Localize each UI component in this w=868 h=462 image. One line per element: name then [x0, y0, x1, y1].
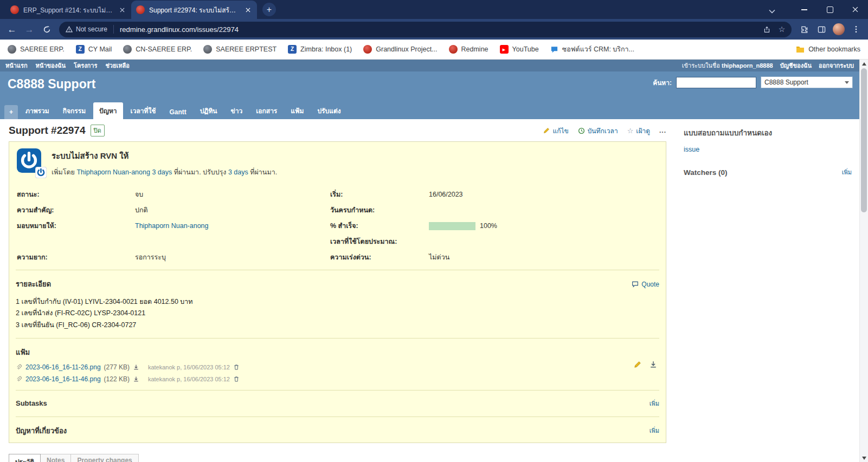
- tab-gantt[interactable]: Gantt: [163, 105, 192, 119]
- bookmark-label: Grandlinux Project...: [376, 45, 437, 53]
- bookmark-star-icon[interactable]: ☆: [774, 22, 789, 37]
- add-watcher-link[interactable]: เพิ่ม: [842, 167, 852, 177]
- add-subtask-link[interactable]: เพิ่ม: [650, 399, 659, 408]
- description-section: รายละเอียด Quote 1 เลขที่ใบกำกับ (IV-01)…: [16, 277, 659, 331]
- project-jump-select[interactable]: C8888 Support: [761, 76, 853, 88]
- bookmark-cy-mail[interactable]: ZCY Mail: [76, 45, 112, 54]
- tab-close-icon[interactable]: [118, 5, 126, 14]
- quote-button[interactable]: Quote: [632, 281, 659, 288]
- scrollbar-thumb[interactable]: [861, 68, 867, 212]
- browser-menu-button[interactable]: [848, 21, 864, 37]
- created-ago-link[interactable]: 3 days: [152, 168, 172, 176]
- page-scrollbar[interactable]: [859, 60, 868, 462]
- attr-priority-label: ความสำคัญ:: [17, 205, 135, 216]
- extensions-puzzle-icon: [800, 25, 808, 34]
- side-panel-button[interactable]: [813, 21, 830, 37]
- bookmark-grandlinux-project[interactable]: Grandlinux Project...: [363, 45, 437, 54]
- quote-icon: [632, 281, 639, 288]
- username-link[interactable]: thiphaporn_n8888: [722, 62, 773, 69]
- quote-label: Quote: [641, 281, 659, 288]
- new-tab-button[interactable]: +: [262, 3, 276, 16]
- related-issues-section: ปัญหาที่เกี่ยวข้อง เพิ่ม: [16, 424, 659, 438]
- top-menu-projects[interactable]: โครงการ: [74, 61, 97, 70]
- bookmark-zimbra-inbox[interactable]: ZZimbra: Inbox (1): [288, 45, 352, 54]
- tab-overview[interactable]: ภาพรวม: [20, 102, 55, 119]
- tab-notes[interactable]: Notes: [40, 454, 71, 462]
- maximize-button[interactable]: [817, 0, 843, 19]
- reload-button[interactable]: [38, 21, 55, 37]
- more-actions-button[interactable]: ...: [659, 127, 666, 134]
- updated-ago-link[interactable]: 3 days: [228, 168, 248, 176]
- add-related-issue-link[interactable]: เพิ่ม: [650, 426, 659, 435]
- sign-out-link[interactable]: ออกจากระบบ: [819, 61, 854, 70]
- tab-files[interactable]: แฟ้ม: [285, 102, 310, 119]
- issue-attributes: สถานะ: จบ เริ่ม: 16/06/2023 ความสำคัญ: ป…: [17, 189, 659, 263]
- attachment-link[interactable]: 2023-06-16_16-11-46.png: [25, 375, 101, 383]
- delete-trash-icon[interactable]: [233, 364, 240, 370]
- attr-assignee-value[interactable]: Thiphaporn Nuan-anong: [135, 222, 330, 230]
- bookmark-crm[interactable]: ซอฟต์แวร์ CRM: บริกา...: [550, 44, 634, 55]
- scrollbar-down-arrow[interactable]: [860, 454, 868, 462]
- download-icon[interactable]: [133, 376, 139, 382]
- browser-tab-erp-support[interactable]: ERP_Support #214: ระบบไม่สร้างR: [5, 1, 131, 19]
- tab-close-icon[interactable]: [243, 5, 252, 14]
- address-bar[interactable]: Not secure redmine.grandlinux.com/issues…: [59, 22, 792, 37]
- author-link[interactable]: Thiphaporn Nuan-anong: [76, 168, 150, 176]
- tab-settings[interactable]: ปรับแต่ง: [311, 102, 346, 119]
- related-issues-heading: ปัญหาที่เกี่ยวข้อง: [16, 425, 67, 437]
- bookmark-cn-saeree-erp[interactable]: CN-SAEREE ERP.: [123, 45, 192, 54]
- browser-tab-support-22974[interactable]: Support #22974: ระบบไม่สร้าง RV: [131, 1, 257, 19]
- bookmark-youtube[interactable]: ▶YouTube: [500, 45, 539, 54]
- delete-trash-icon[interactable]: [233, 376, 240, 382]
- log-time-button[interactable]: บันทึกเวลา: [578, 126, 618, 136]
- download-icon[interactable]: [133, 364, 139, 370]
- scrollbar-up-arrow[interactable]: [860, 60, 868, 68]
- three-dots-menu-icon: [855, 25, 857, 33]
- tab-activity[interactable]: กิจกรรม: [57, 102, 92, 119]
- attr-status-value: จบ: [135, 189, 330, 200]
- profile-avatar[interactable]: [831, 21, 847, 37]
- top-menu-my-page[interactable]: หน้าของฉัน: [36, 61, 66, 70]
- watch-button[interactable]: ☆ เฝ้าดู: [627, 126, 650, 136]
- edit-attachments-button[interactable]: [634, 361, 641, 368]
- forward-button[interactable]: →: [21, 21, 37, 37]
- security-chip[interactable]: Not secure: [66, 25, 107, 33]
- tab-search-chevron-icon[interactable]: [769, 9, 775, 14]
- attr-urgency-value: ไม่ด่วน: [429, 252, 659, 263]
- top-menu-home[interactable]: หน้าแรก: [5, 61, 28, 70]
- tab-documents[interactable]: เอกสาร: [250, 102, 283, 119]
- search-input[interactable]: [676, 77, 756, 88]
- my-account-link[interactable]: บัญชีของฉัน: [780, 61, 812, 70]
- edit-button[interactable]: แก้ไข: [543, 126, 568, 136]
- cn-saeree-favicon-icon: [123, 45, 132, 54]
- share-button[interactable]: [759, 22, 774, 37]
- bookmark-saeree-erptest[interactable]: SAEREE ERPTEST: [203, 45, 277, 54]
- youtube-favicon-icon: ▶: [500, 45, 509, 54]
- minimize-button[interactable]: [792, 0, 817, 19]
- bookmark-saeree-erp[interactable]: SAEREE ERP.: [8, 45, 65, 54]
- browser-window: ERP_Support #214: ระบบไม่สร้างR Support …: [0, 0, 868, 462]
- other-bookmarks-button[interactable]: Other bookmarks: [796, 45, 860, 53]
- tab-property-changes[interactable]: Property changes: [70, 454, 138, 462]
- top-menu-help[interactable]: ช่วยเหลือ: [105, 61, 129, 70]
- bookmark-label: CN-SAEREE ERP.: [136, 45, 192, 53]
- chat-bubble-favicon-icon: [550, 45, 558, 54]
- extensions-button[interactable]: [796, 21, 812, 37]
- attachments-heading-row: แฟ้ม: [16, 346, 659, 359]
- tab-issues[interactable]: ปัญหา: [93, 102, 123, 119]
- header-search-area: ค้นหา: C8888 Support: [653, 76, 853, 88]
- attachment-link[interactable]: 2023-06-16_16-11-26.png: [25, 363, 101, 371]
- tab-spent-time[interactable]: เวลาที่ใช้: [125, 102, 162, 119]
- bookmark-label: SAEREE ERPTEST: [216, 45, 277, 53]
- close-button[interactable]: [843, 0, 868, 19]
- zimbra-favicon-icon: Z: [288, 45, 297, 54]
- query-link-issue[interactable]: issue: [684, 146, 699, 153]
- tab-calendar[interactable]: ปฏิทิน: [194, 102, 223, 119]
- tab-history[interactable]: ประวัติ: [9, 454, 41, 462]
- new-object-button[interactable]: +: [4, 105, 18, 119]
- tab-news[interactable]: ข่าว: [225, 102, 249, 119]
- download-all-button[interactable]: [650, 361, 657, 368]
- bookmark-redmine[interactable]: Redmine: [449, 45, 488, 54]
- back-button[interactable]: ←: [4, 21, 20, 37]
- maximize-icon: [827, 6, 833, 13]
